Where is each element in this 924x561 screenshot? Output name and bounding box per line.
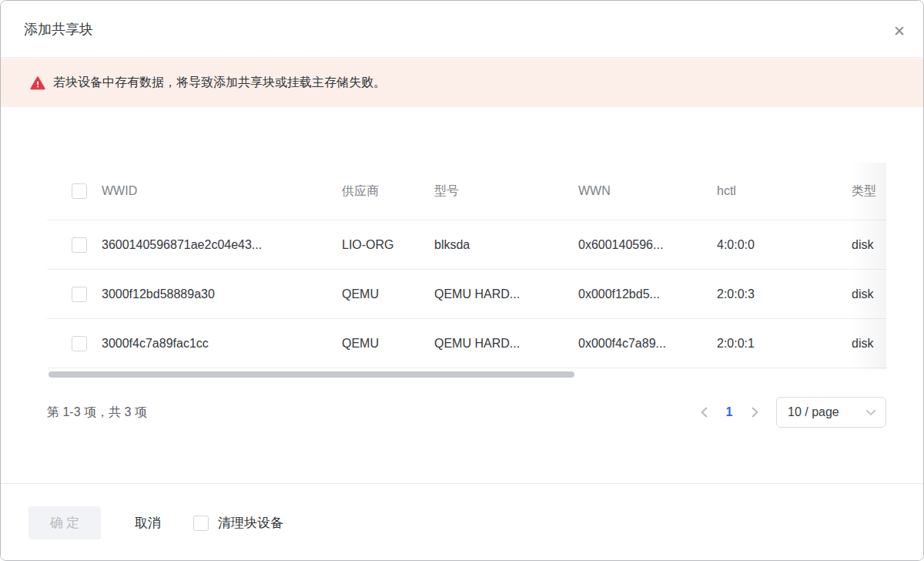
row-checkbox[interactable] bbox=[72, 237, 87, 253]
chevron-down-icon bbox=[865, 409, 876, 416]
cell-vendor: QEMU bbox=[342, 287, 434, 301]
table-row[interactable]: 3000f12bd58889a30 QEMU QEMU HARD... 0x00… bbox=[47, 270, 886, 319]
table-body: 3600140596871ae2c04e43... LIO-ORG blksda… bbox=[47, 220, 886, 368]
page-size-select[interactable]: 10 / page bbox=[776, 397, 886, 428]
dialog-footer: 确 定 取消 清理块设备 bbox=[1, 483, 923, 561]
warning-triangle-icon bbox=[30, 76, 45, 91]
column-header-wwid: WWID bbox=[102, 184, 342, 198]
select-all-cell bbox=[47, 183, 102, 199]
cell-wwid: 3000f4c7a89fac1cc bbox=[102, 337, 342, 351]
row-checkbox[interactable] bbox=[72, 336, 87, 351]
dialog-header: 添加共享块 ✕ bbox=[1, 1, 923, 58]
cell-wwid: 3000f12bd58889a30 bbox=[102, 287, 342, 301]
column-header-hctl: hctl bbox=[717, 184, 852, 198]
alert-message: 若块设备中存有数据，将导致添加共享块或挂载主存储失败。 bbox=[53, 75, 386, 91]
prev-page-button[interactable] bbox=[693, 401, 715, 423]
page-number-current[interactable]: 1 bbox=[718, 401, 741, 424]
column-header-model: 型号 bbox=[434, 183, 578, 200]
cell-model: QEMU HARD... bbox=[434, 337, 578, 351]
cell-wwn: 0x000f4c7a89... bbox=[578, 337, 717, 351]
horizontal-scrollbar-thumb[interactable] bbox=[49, 371, 574, 378]
next-page-button[interactable] bbox=[744, 401, 765, 423]
page-size-value: 10 / page bbox=[788, 405, 839, 419]
cell-wwid: 3600140596871ae2c04e43... bbox=[102, 238, 342, 252]
table-header-row: WWID 供应商 型号 WWN hctl 类型 bbox=[47, 163, 886, 220]
cell-wwn: 0x000f12bd5... bbox=[578, 287, 717, 301]
column-header-type: 类型 bbox=[852, 183, 886, 200]
cell-type: disk bbox=[852, 287, 886, 301]
cell-type: disk bbox=[852, 238, 886, 252]
row-checkbox[interactable] bbox=[72, 287, 87, 302]
cell-hctl: 2:0:0:1 bbox=[717, 337, 852, 351]
cell-model: blksda bbox=[434, 238, 578, 252]
cell-hctl: 4:0:0:0 bbox=[717, 238, 852, 252]
cell-vendor: LIO-ORG bbox=[342, 238, 434, 252]
pagination-bar: 第 1-3 项，共 3 项 1 10 / page bbox=[47, 392, 886, 432]
column-header-wwn: WWN bbox=[578, 184, 717, 198]
cell-hctl: 2:0:0:3 bbox=[717, 287, 852, 301]
column-header-vendor: 供应商 bbox=[342, 183, 434, 200]
cell-model: QEMU HARD... bbox=[434, 287, 578, 301]
chevron-right-icon bbox=[751, 407, 759, 418]
table-row[interactable]: 3600140596871ae2c04e43... LIO-ORG blksda… bbox=[47, 220, 886, 270]
cancel-button[interactable]: 取消 bbox=[135, 514, 161, 532]
row-select-cell bbox=[47, 287, 102, 302]
ok-button[interactable]: 确 定 bbox=[28, 506, 101, 539]
chevron-left-icon bbox=[700, 407, 708, 418]
row-select-cell bbox=[47, 237, 102, 253]
select-all-checkbox[interactable] bbox=[72, 183, 87, 199]
warning-alert: 若块设备中存有数据，将导致添加共享块或挂载主存储失败。 bbox=[1, 59, 923, 107]
pagination-controls: 1 10 / page bbox=[693, 397, 886, 428]
dialog-title: 添加共享块 bbox=[24, 20, 93, 39]
table-row[interactable]: 3000f4c7a89fac1cc QEMU QEMU HARD... 0x00… bbox=[47, 319, 886, 368]
device-table: WWID 供应商 型号 WWN hctl 类型 3600140596871ae2… bbox=[47, 163, 886, 369]
horizontal-scrollbar bbox=[47, 371, 886, 378]
cleanup-checkbox-label: 清理块设备 bbox=[218, 514, 283, 532]
cell-type: disk bbox=[852, 337, 886, 351]
cleanup-checkbox[interactable] bbox=[193, 516, 209, 531]
pagination-summary: 第 1-3 项，共 3 项 bbox=[47, 405, 147, 421]
add-shared-block-dialog: 添加共享块 ✕ 若块设备中存有数据，将导致添加共享块或挂载主存储失败。 WWID… bbox=[0, 0, 924, 561]
cleanup-checkbox-group: 清理块设备 bbox=[193, 514, 283, 532]
close-icon[interactable]: ✕ bbox=[889, 21, 909, 41]
cell-vendor: QEMU bbox=[342, 337, 434, 351]
row-select-cell bbox=[47, 336, 102, 351]
cell-wwn: 0x600140596... bbox=[578, 238, 717, 252]
